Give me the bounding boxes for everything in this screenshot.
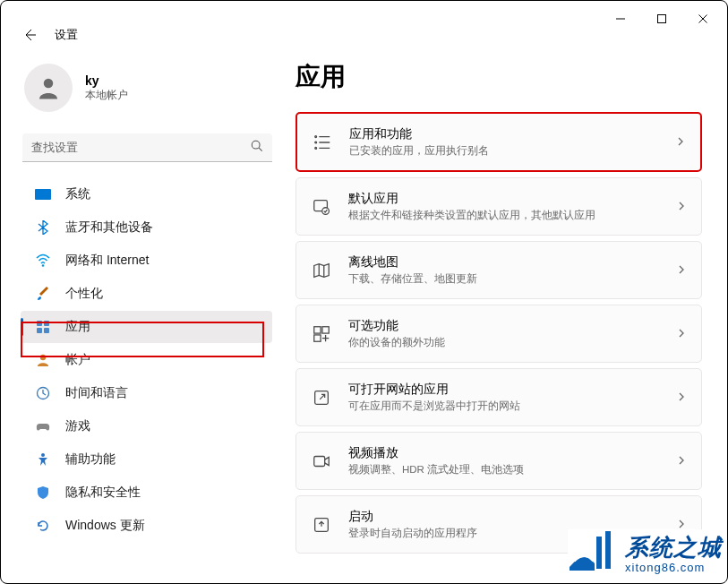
card-subtitle: 视频调整、HDR 流式处理、电池选项 <box>348 463 660 477</box>
svg-point-21 <box>315 147 317 149</box>
sidebar-item-label: 隐私和安全性 <box>65 485 141 501</box>
sidebar-item-label: 游戏 <box>65 418 90 434</box>
card-optional-features[interactable]: 可选功能 你的设备的额外功能 <box>295 305 702 363</box>
sidebar-item-personalization[interactable]: 个性化 <box>21 278 272 310</box>
sidebar-item-label: 应用 <box>65 319 90 335</box>
sidebar-item-bluetooth[interactable]: 蓝牙和其他设备 <box>21 211 272 244</box>
sidebar-item-label: 网络和 Internet <box>65 253 149 269</box>
sidebar-item-privacy[interactable]: 隐私和安全性 <box>21 477 272 509</box>
user-name: ky <box>85 73 128 88</box>
svg-point-5 <box>44 79 54 89</box>
bluetooth-icon <box>35 219 51 236</box>
svg-point-17 <box>315 135 317 137</box>
svg-point-15 <box>41 453 45 457</box>
shield-icon <box>35 485 51 501</box>
back-button[interactable] <box>21 26 39 44</box>
gamepad-icon <box>35 418 51 434</box>
map-icon <box>311 260 332 281</box>
svg-point-19 <box>315 142 317 143</box>
card-title: 启动 <box>348 509 660 525</box>
card-title: 应用和功能 <box>349 126 659 142</box>
close-button[interactable] <box>682 4 724 33</box>
page-title: 应用 <box>295 60 702 94</box>
sidebar-item-gaming[interactable]: 游戏 <box>21 410 272 442</box>
sidebar-item-label: 帐户 <box>65 352 90 368</box>
user-account-row[interactable]: ky 本地帐户 <box>17 60 281 128</box>
watermark: 系统之城 xitong86.com const data = JSON.pars… <box>568 529 722 576</box>
svg-rect-35 <box>596 537 602 569</box>
card-title: 可打开网站的应用 <box>348 382 660 398</box>
monitor-icon <box>35 189 51 200</box>
optional-features-icon <box>311 323 332 345</box>
sidebar-item-label: 时间和语言 <box>65 385 128 401</box>
sidebar-item-time-language[interactable]: 时间和语言 <box>21 377 272 409</box>
startup-icon <box>311 514 332 536</box>
svg-rect-28 <box>322 326 329 332</box>
chevron-right-icon <box>676 199 687 215</box>
maximize-button[interactable] <box>641 4 682 33</box>
svg-point-6 <box>252 141 260 149</box>
card-subtitle: 根据文件和链接种类设置的默认应用，其他默认应用 <box>348 209 660 222</box>
card-subtitle: 可在应用而不是浏览器中打开的网站 <box>348 399 660 413</box>
sidebar-item-label: 系统 <box>65 186 90 202</box>
card-title: 离线地图 <box>348 254 660 271</box>
svg-rect-33 <box>314 456 325 466</box>
app-title: 设置 <box>55 27 78 43</box>
sidebar: ky 本地帐户 系统 蓝牙和其他设备 <box>17 60 281 559</box>
card-subtitle: 已安装的应用，应用执行别名 <box>349 144 659 158</box>
svg-point-8 <box>42 264 45 267</box>
sidebar-item-apps[interactable]: 应用 <box>21 311 272 343</box>
card-offline-maps[interactable]: 离线地图 下载、存储位置、地图更新 <box>295 241 702 299</box>
card-title: 视频播放 <box>348 445 660 461</box>
accessibility-icon <box>35 451 51 468</box>
user-subtitle: 本地帐户 <box>85 88 128 103</box>
list-icon <box>312 132 333 153</box>
apps-icon <box>35 319 51 335</box>
svg-rect-9 <box>37 321 42 326</box>
card-subtitle: 下载、存储位置、地图更新 <box>348 272 660 286</box>
svg-point-13 <box>40 355 46 360</box>
sidebar-item-system[interactable]: 系统 <box>21 178 272 210</box>
svg-rect-29 <box>314 334 321 340</box>
chevron-right-icon <box>676 326 687 342</box>
chevron-right-icon <box>676 453 687 469</box>
chevron-right-icon <box>676 262 687 279</box>
wifi-icon <box>35 253 51 269</box>
sidebar-item-label: Windows 更新 <box>65 518 145 534</box>
search-icon <box>251 140 263 156</box>
default-apps-icon <box>311 196 332 218</box>
minimize-button[interactable] <box>600 4 641 33</box>
card-title: 可选功能 <box>348 318 660 334</box>
svg-rect-27 <box>314 326 321 332</box>
svg-rect-12 <box>44 328 49 333</box>
card-subtitle: 你的设备的额外功能 <box>348 336 660 349</box>
card-video-playback[interactable]: 视频播放 视频调整、HDR 流式处理、电池选项 <box>295 432 702 490</box>
svg-rect-11 <box>37 328 42 333</box>
sidebar-item-label: 蓝牙和其他设备 <box>65 219 153 236</box>
main-content: 应用 应用和功能 已安装的应用，应用执行别名 默认应用 根据文件和链接种类设置的… <box>281 60 727 559</box>
sidebar-item-network[interactable]: 网络和 Internet <box>21 245 272 277</box>
chevron-right-icon <box>676 390 687 406</box>
watermark-logo-icon <box>568 531 616 574</box>
brush-icon <box>35 286 51 302</box>
watermark-brand: 系统之城 <box>625 532 722 563</box>
person-icon <box>35 352 51 368</box>
globe-clock-icon <box>35 385 51 401</box>
svg-rect-36 <box>605 531 611 569</box>
card-title: 默认应用 <box>348 191 660 207</box>
card-apps-features[interactable]: 应用和功能 已安装的应用，应用执行别名 <box>295 112 702 172</box>
video-icon <box>311 451 332 472</box>
svg-line-7 <box>259 148 262 151</box>
svg-rect-1 <box>658 15 666 23</box>
svg-rect-10 <box>44 321 49 326</box>
sidebar-item-accessibility[interactable]: 辅助功能 <box>21 443 272 476</box>
sidebar-item-accounts[interactable]: 帐户 <box>21 344 272 376</box>
card-apps-for-websites[interactable]: 可打开网站的应用 可在应用而不是浏览器中打开的网站 <box>295 368 702 426</box>
sidebar-item-label: 个性化 <box>65 286 103 302</box>
search-input[interactable] <box>22 133 272 162</box>
update-icon <box>35 518 51 534</box>
nav-list: 系统 蓝牙和其他设备 网络和 Internet 个性化 <box>17 178 281 542</box>
avatar <box>24 64 73 112</box>
card-default-apps[interactable]: 默认应用 根据文件和链接种类设置的默认应用，其他默认应用 <box>295 177 702 236</box>
sidebar-item-windows-update[interactable]: Windows 更新 <box>21 510 272 542</box>
